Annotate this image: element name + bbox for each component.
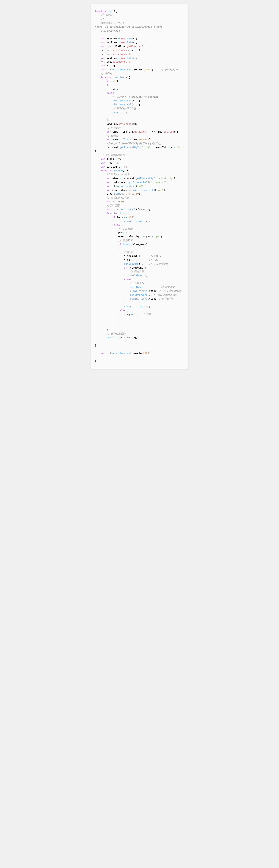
code-block: function run(){ // 倒计时 // 参考链接：个人博客: htt… xyxy=(95,9,184,363)
code-editor: function run(){ // 倒计时 // 参考链接：个人博客: htt… xyxy=(91,4,188,369)
